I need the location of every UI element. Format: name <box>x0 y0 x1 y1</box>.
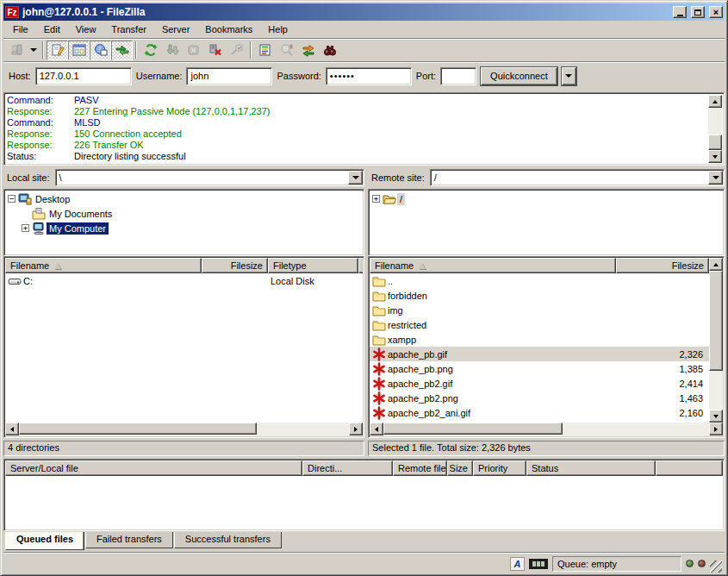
scroll-down-button[interactable] <box>709 410 723 423</box>
remote-horizontal-scrollbar[interactable] <box>370 423 723 436</box>
file-row-c[interactable]: C:Local Disk <box>5 273 363 288</box>
host-input[interactable] <box>35 67 132 85</box>
local-site-row: Local site: \ <box>3 168 364 187</box>
password-input[interactable] <box>326 67 412 85</box>
directory-comparison-button[interactable] <box>276 41 297 60</box>
process-queue-button[interactable] <box>161 41 183 60</box>
remote-site-dropdown[interactable] <box>708 171 723 185</box>
filter-button[interactable] <box>254 41 276 60</box>
scroll-left-button[interactable] <box>370 423 383 435</box>
file-row-xampp[interactable]: xampp <box>370 332 709 347</box>
tab-failed-transfers[interactable]: Failed transfers <box>85 532 173 548</box>
titlebar[interactable]: Fz john@127.0.0.1 - FileZilla × <box>3 3 725 21</box>
indicator-badge-icon[interactable] <box>529 559 548 569</box>
local-site-dropdown[interactable] <box>348 171 363 185</box>
column-header-remote-file[interactable]: Remote file <box>393 460 447 476</box>
scrollbar-thumb[interactable] <box>19 423 257 435</box>
file-row-img[interactable]: img <box>370 303 709 317</box>
toggle-log-button[interactable] <box>47 41 68 60</box>
tree-item-my-computer[interactable]: +My Computer <box>6 221 362 235</box>
menu-server[interactable]: Server <box>154 21 197 38</box>
column-header-filetype[interactable]: Filetype <box>268 258 358 273</box>
scrollbar-track[interactable] <box>19 423 349 436</box>
file-row-apache-pb-png[interactable]: apache_pb.png1,385 <box>370 361 709 376</box>
scrollbar-track[interactable] <box>709 271 723 410</box>
column-header-l[interactable]: L <box>358 258 363 273</box>
maximize-button[interactable] <box>691 6 705 18</box>
site-manager-button[interactable] <box>6 41 28 60</box>
tree-item-item[interactable]: +/ <box>370 191 722 206</box>
remote-site-combo[interactable]: / <box>430 169 725 186</box>
scrollbar-thumb[interactable] <box>708 135 722 150</box>
menu-transfer[interactable]: Transfer <box>103 21 154 38</box>
reconnect-button[interactable] <box>226 41 247 60</box>
tree-item-desktop[interactable]: −Desktop <box>6 191 362 206</box>
file-row-restricted[interactable]: restricted <box>370 317 709 332</box>
column-header-filename[interactable]: Filename <box>5 258 202 273</box>
column-header-filename[interactable]: Filename <box>370 258 616 273</box>
column-header-blank[interactable] <box>656 460 723 476</box>
column-header-priority[interactable]: Priority <box>473 460 526 476</box>
synchronized-browsing-button[interactable] <box>297 41 319 60</box>
local-horizontal-scrollbar[interactable] <box>5 423 363 436</box>
column-header-size[interactable]: Size <box>447 460 473 476</box>
column-header-filesize[interactable]: Filesize <box>616 258 709 273</box>
resize-grip[interactable] <box>710 560 722 573</box>
scroll-right-button[interactable] <box>349 423 363 435</box>
scroll-up-button[interactable] <box>709 258 723 271</box>
menu-help[interactable]: Help <box>260 21 296 38</box>
toolbar <box>3 38 725 61</box>
column-header-directi[interactable]: Directi... <box>302 460 393 476</box>
minimize-button[interactable] <box>673 6 687 18</box>
scroll-down-button[interactable] <box>708 150 722 163</box>
scrollbar-thumb[interactable] <box>383 423 563 435</box>
local-site-combo[interactable]: \ <box>55 169 364 186</box>
menu-edit[interactable]: Edit <box>36 21 68 38</box>
close-button[interactable]: × <box>709 6 723 18</box>
file-row-apache-pb2-gif[interactable]: apache_pb2.gif2,414 <box>370 376 709 391</box>
file-row-forbidden[interactable]: forbidden <box>370 288 709 303</box>
scroll-up-button[interactable] <box>708 95 722 108</box>
refresh-button[interactable] <box>140 41 161 60</box>
quickconnect-dropdown[interactable] <box>562 67 576 85</box>
log-line-text: 226 Transfer OK <box>74 140 144 151</box>
quickconnect-button[interactable]: Quickconnect <box>481 67 557 85</box>
scrollbar-track[interactable] <box>708 108 722 150</box>
menu-file[interactable]: File <box>5 21 36 38</box>
expand-plus-icon[interactable]: + <box>22 224 29 232</box>
menu-view[interactable]: View <box>68 21 104 38</box>
log-vertical-scrollbar[interactable] <box>708 95 722 163</box>
scrollbar-track[interactable] <box>383 423 709 436</box>
file-row-item[interactable]: .. <box>370 273 709 288</box>
username-input[interactable] <box>186 67 272 85</box>
scroll-right-button[interactable] <box>709 423 723 435</box>
queue-body[interactable] <box>5 476 723 529</box>
file-row-apache-pb2-ani-gif[interactable]: apache_pb2_ani.gif2,160 <box>370 405 709 420</box>
tab-queued-files[interactable]: Queued files <box>5 532 84 550</box>
column-header-status[interactable]: Status <box>526 460 656 476</box>
scroll-left-button[interactable] <box>5 423 19 435</box>
port-input[interactable] <box>440 67 476 85</box>
cancel-operation-button[interactable] <box>183 41 204 60</box>
log-lines: Command:PASVResponse:227 Entering Passiv… <box>7 95 708 162</box>
file-row-apache-pb-gif[interactable]: apache_pb.gif2,326 <box>370 347 709 361</box>
toggle-queue-button[interactable] <box>111 41 133 60</box>
remote-vertical-scrollbar[interactable] <box>709 258 723 423</box>
column-header-filesize[interactable]: Filesize <box>202 258 268 273</box>
find-files-button[interactable] <box>319 41 340 60</box>
column-header-server-local-file[interactable]: Server/Local file <box>5 460 302 476</box>
toggle-local-tree-button[interactable] <box>68 41 90 60</box>
ascii-type-icon[interactable]: A <box>510 557 525 571</box>
menu-bookmarks[interactable]: Bookmarks <box>197 21 260 38</box>
expand-plus-icon[interactable]: + <box>372 195 380 203</box>
collapse-minus-icon[interactable]: − <box>8 195 16 203</box>
file-row-apache-pb2-png[interactable]: apache_pb2.png1,463 <box>370 391 709 405</box>
disconnect-button[interactable] <box>204 41 226 60</box>
toggle-local-tree-icon <box>72 43 86 57</box>
toggle-remote-tree-button[interactable] <box>90 41 111 60</box>
tab-successful-transfers[interactable]: Successful transfers <box>174 532 282 548</box>
scrollbar-thumb[interactable] <box>709 271 723 371</box>
site-manager-dropdown[interactable] <box>28 41 40 60</box>
tree-item-my-documents[interactable]: My Documents <box>6 206 362 221</box>
queue-led-green-icon <box>686 560 694 567</box>
